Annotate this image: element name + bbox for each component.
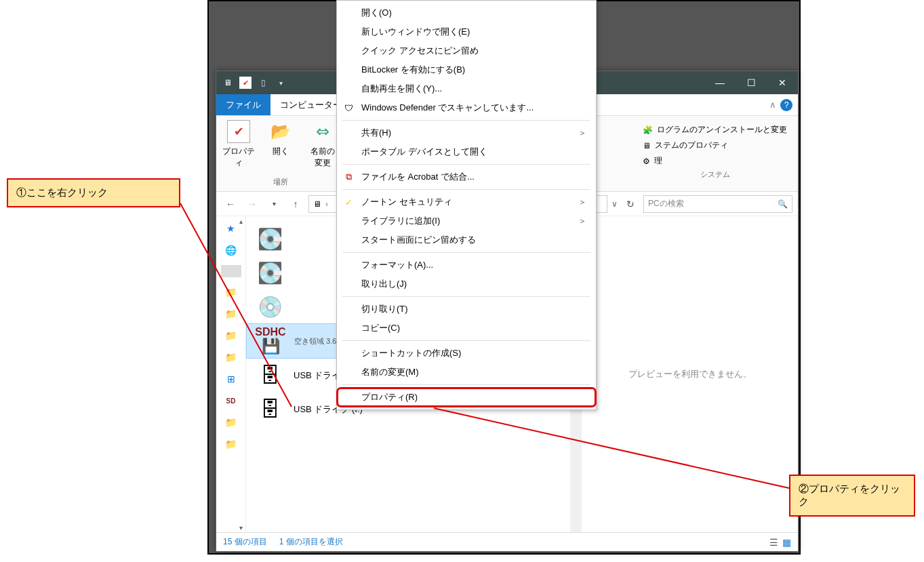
chevron-right-icon: ＞ <box>578 127 586 139</box>
sysprops-icon: 🖥 <box>643 141 651 150</box>
nav-folder5-icon[interactable]: 📁 <box>224 416 238 429</box>
annotation-1-text: ①ここを右クリック <box>16 186 108 198</box>
ctx-bitlocker[interactable]: BitLocker を有効にする(B) <box>337 60 596 79</box>
refresh-button[interactable]: ↻ <box>622 195 639 213</box>
ribbon-uninstall-label: ログラムのアンインストールと変更 <box>657 124 787 136</box>
ctx-portable-device[interactable]: ポータブル デバイスとして開く <box>337 142 596 161</box>
ctx-add-library[interactable]: ライブラリに追加(I)＞ <box>337 212 596 230</box>
ctx-autoplay-label: 自動再生を開く(Y)... <box>361 83 442 95</box>
search-input[interactable]: PCの検索 🔍 <box>643 195 792 213</box>
ctx-acrobat-combine[interactable]: ⧉ファイルを Acrobat で結合... <box>337 167 596 186</box>
ctx-norton[interactable]: ✓ノートン セキュリティ＞ <box>337 193 596 212</box>
collapse-ribbon-icon[interactable]: ∧ <box>769 100 776 110</box>
status-bar: 15 個の項目 1 個の項目を選択 ☰ ▦ <box>216 532 798 551</box>
sdhc-icon: SDHC 💾 <box>255 328 286 354</box>
nav-folder1-icon[interactable]: 📁 <box>224 285 238 299</box>
context-menu: 開く(O) 新しいウィンドウで開く(E) クイック アクセスにピン留め BitL… <box>336 0 597 410</box>
ctx-eject-label: 取り出し(J) <box>361 278 407 290</box>
view-tiles-icon[interactable]: ▦ <box>782 537 791 548</box>
ctx-copy[interactable]: コピー(C) <box>337 319 596 338</box>
ctx-open-new-window[interactable]: 新しいウィンドウで開く(E) <box>337 22 596 41</box>
ctx-pin-quick-label: クイック アクセスにピン留め <box>361 45 479 57</box>
usb-h-icon: 🗄 <box>254 363 285 388</box>
ctx-sep-3 <box>342 189 590 190</box>
help-icon[interactable]: ? <box>780 99 792 111</box>
ctx-create-shortcut[interactable]: ショートカットの作成(S) <box>337 344 596 363</box>
ctx-format[interactable]: フォーマット(A)... <box>337 256 596 275</box>
ctx-cut[interactable]: 切り取り(T) <box>337 300 596 319</box>
maximize-button[interactable]: ☐ <box>736 71 767 94</box>
ctx-pin-start[interactable]: スタート画面にピン留めする <box>337 230 596 249</box>
nav-folder2-icon[interactable]: 📁 <box>224 307 238 321</box>
annotation-callout-2: ②プロパティをクリック <box>789 475 915 517</box>
minimize-button[interactable]: — <box>704 71 736 94</box>
preview-empty-label: プレビューを利用できません。 <box>628 368 752 380</box>
nav-windows-icon[interactable]: ⊞ <box>224 372 238 386</box>
view-details-icon[interactable]: ☰ <box>769 537 778 548</box>
ctx-sep-5 <box>342 296 590 297</box>
ribbon-open-label: 開く <box>273 146 289 157</box>
ribbon-rename-button[interactable]: ⇔ 名前の 変更 <box>306 120 340 174</box>
nav-scroll-down[interactable]: ▾ <box>236 523 245 532</box>
tab-file[interactable]: ファイル <box>216 94 270 115</box>
norton-icon: ✓ <box>342 197 355 207</box>
navigation-pane[interactable]: ▴ ★ 🌐 📁 📁 📁 📁 ⊞ SD 📁 📁 ▾ <box>216 216 246 532</box>
ctx-sep-4 <box>342 252 590 253</box>
ctx-share[interactable]: 共有(H)＞ <box>337 123 596 142</box>
ctx-sep-6 <box>342 340 590 341</box>
ctx-open-label: 開く(O) <box>361 7 392 19</box>
ctx-copy-label: コピー(C) <box>361 322 400 334</box>
nav-folder6-icon[interactable]: 📁 <box>224 437 238 451</box>
ctx-pin-quick-access[interactable]: クイック アクセスにピン留め <box>337 41 596 60</box>
ribbon-manage-button[interactable]: ⚙理 <box>643 155 787 167</box>
properties-icon: ✔ <box>227 120 250 143</box>
addr-dropdown-icon[interactable]: ∨ <box>611 199 618 209</box>
qat-dropdown-icon[interactable]: ▾ <box>275 77 287 89</box>
nav-back-button[interactable]: ← <box>222 195 239 213</box>
ctx-rename[interactable]: 名前の変更(M) <box>337 363 596 382</box>
ctx-rename-label: 名前の変更(M) <box>361 366 419 378</box>
qat-check-icon[interactable]: ✔ <box>239 77 252 89</box>
ctx-shortcut-label: ショートカットの作成(S) <box>361 347 461 359</box>
qat-doc-icon[interactable]: ▯ <box>257 77 269 89</box>
nav-up-button[interactable]: ↑ <box>287 195 304 213</box>
ribbon-open-button[interactable]: 📂 開く <box>264 120 298 174</box>
status-item-count: 15 個の項目 <box>223 536 267 548</box>
ribbon-uninstall-button[interactable]: 🧩ログラムのアンインストールと変更 <box>643 124 787 136</box>
nav-desktop-icon[interactable] <box>221 265 241 277</box>
drive-os-icon: 💽 <box>254 226 285 252</box>
nav-scroll-up[interactable]: ▴ <box>236 216 245 226</box>
chevron-right-icon: ＞ <box>578 197 586 208</box>
ctx-eject[interactable]: 取り出し(J) <box>337 275 596 294</box>
ctx-pin-start-label: スタート画面にピン留めする <box>361 234 476 246</box>
close-button[interactable]: ✕ <box>767 71 798 94</box>
ribbon-group-system: 🧩ログラムのアンインストールと変更 🖥ステムのプロパティ ⚙理 システム <box>632 116 798 191</box>
ctx-share-label: 共有(H) <box>361 127 391 139</box>
nav-history-dropdown[interactable]: ▾ <box>265 195 283 213</box>
nav-forward-button[interactable]: → <box>243 195 261 213</box>
nav-folder4-icon[interactable]: 📁 <box>224 350 238 364</box>
ctx-open[interactable]: 開く(O) <box>337 3 596 22</box>
ribbon-group-system-label: システム <box>700 169 730 180</box>
ribbon-properties-button[interactable]: ✔ プロパティ <box>222 120 256 174</box>
manage-icon: ⚙ <box>643 157 650 166</box>
ctx-portable-label: ポータブル デバイスとして開く <box>361 146 487 158</box>
ctx-properties[interactable]: プロパティ(R) <box>337 388 596 407</box>
ctx-bitlocker-label: BitLocker を有効にする(B) <box>361 64 465 76</box>
nav-globe-icon[interactable]: 🌐 <box>224 243 238 257</box>
ctx-acrobat-label: ファイルを Acrobat で結合... <box>361 171 475 183</box>
search-placeholder: PCの検索 <box>648 198 684 209</box>
ctx-autoplay[interactable]: 自動再生を開く(Y)... <box>337 79 596 98</box>
nav-sd-icon[interactable]: SD <box>224 394 238 407</box>
ribbon-manage-label: 理 <box>654 155 662 167</box>
ctx-library-label: ライブラリに追加(I) <box>361 215 440 227</box>
annotation-2-text: ②プロパティをクリック <box>799 483 900 507</box>
ctx-defender-scan[interactable]: 🛡Windows Defender でスキャンしています... <box>337 98 596 117</box>
usb-i-icon: 🗄 <box>254 397 285 422</box>
ribbon-rename-label2: 変更 <box>315 157 331 169</box>
ribbon-sysprops-button[interactable]: 🖥ステムのプロパティ <box>643 140 787 151</box>
ctx-defender-label: Windows Defender でスキャンしています... <box>361 102 534 114</box>
uninstall-icon: 🧩 <box>643 125 653 135</box>
ribbon-properties-label: プロパティ <box>222 146 256 169</box>
nav-folder3-icon[interactable]: 📁 <box>224 329 238 342</box>
